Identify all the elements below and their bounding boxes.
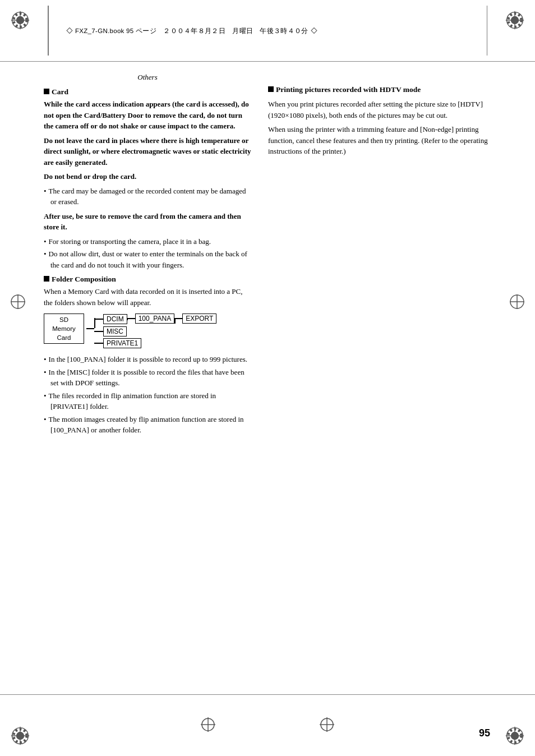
bottom-bar: 95: [0, 694, 535, 756]
category-label: Others: [44, 73, 251, 82]
bullet-item-7: The motion images created by flip animat…: [44, 414, 251, 436]
header-vline-right: [487, 6, 488, 56]
folder-section-title: Folder Composition: [52, 275, 116, 284]
section-square: [44, 89, 49, 94]
bottom-reg-right: [319, 717, 335, 735]
bullet-item-6: The files recorded in flip animation fun…: [44, 390, 251, 412]
corner-mark-br: [505, 726, 525, 746]
hdtv-paragraph-2: When using the printer with a trimming f…: [268, 124, 491, 157]
folder-private1: PRIVATE1: [103, 338, 141, 348]
bullet-item-2: For storing or transporting the camera, …: [44, 236, 251, 247]
warning-text-4: After use, be sure to remove the card fr…: [44, 211, 251, 233]
folder-misc: MISC: [103, 326, 127, 336]
corner-mark-bl: [10, 726, 30, 746]
corner-mark-tl: [10, 10, 30, 30]
folder-diagram: SD Memory Card DCIM: [44, 314, 251, 348]
warning-text-1: While the card access indication appears…: [44, 99, 251, 132]
folder-section-square: [44, 276, 49, 282]
sd-card-label: SD Memory Card: [44, 314, 84, 344]
header-meta: FXZ_7-GN.book 95 ページ ２００４年８月２日 月曜日 午後３時４…: [75, 26, 308, 35]
bullet-item-5: In the [MISC] folder it is possible to r…: [44, 367, 251, 389]
page-number: 95: [479, 727, 490, 739]
header-vline-left: [48, 6, 49, 56]
mid-reg-mark-left: [10, 294, 26, 312]
page: FXZ_7-GN.book 95 ページ ２００４年８月２日 月曜日 午後３時４…: [0, 0, 535, 756]
hdtv-section-header: Printing pictures recorded with HDTV mod…: [268, 85, 491, 94]
hdtv-section-title: Printing pictures recorded with HDTV mod…: [276, 85, 421, 94]
header-diamond-right: [311, 27, 317, 34]
top-bar: FXZ_7-GN.book 95 ページ ２００４年８月２日 月曜日 午後３時４…: [0, 0, 535, 62]
mid-reg-mark-right: [509, 294, 525, 312]
folder-100pana: 100_PANA: [135, 314, 174, 324]
warning-text-3: Do not bend or drop the card.: [44, 171, 251, 182]
bullet-item-1: The card may be damaged or the recorded …: [44, 186, 251, 208]
right-column: Printing pictures recorded with HDTV mod…: [268, 73, 491, 437]
corner-mark-tr: [505, 10, 525, 30]
left-column: Others Card While the card access indica…: [44, 73, 251, 437]
folder-export: EXPORT: [182, 314, 216, 324]
folder-section-header: Folder Composition: [44, 275, 251, 284]
hdtv-section-square: [268, 86, 274, 92]
folder-dcim: DCIM: [103, 314, 127, 324]
bullet-item-4: In the [100_PANA] folder it is possible …: [44, 354, 251, 365]
card-section-title: Card: [52, 87, 68, 96]
main-content: Others Card While the card access indica…: [0, 62, 535, 449]
bottom-reg-left: [200, 717, 216, 735]
warning-text-2: Do not leave the card in places where th…: [44, 135, 251, 168]
header-diamond: [66, 27, 72, 34]
card-section-header: Card: [44, 87, 251, 96]
folder-intro-text: When a Memory Card with data recorded on…: [44, 286, 251, 308]
hdtv-paragraph-1: When you print pictures recorded after s…: [268, 99, 491, 121]
bullet-item-3: Do not allow dirt, dust or water to ente…: [44, 248, 251, 270]
header-strip: FXZ_7-GN.book 95 ページ ２００４年８月２日 月曜日 午後３時４…: [67, 26, 468, 35]
